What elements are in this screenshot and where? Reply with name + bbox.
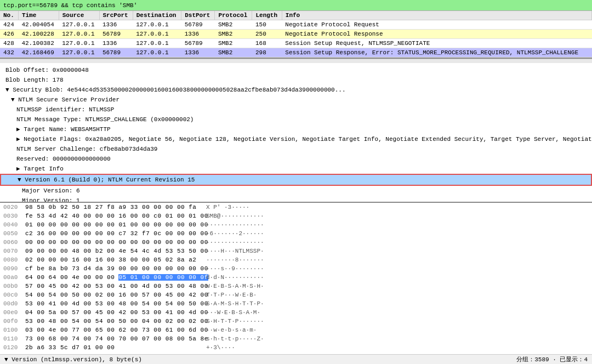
- hex-bytes: 53 00 41 00 4d 00 53 00 48 00 54 00 54 0…: [25, 299, 206, 308]
- hex-offset: 00b0: [3, 282, 25, 291]
- table-row[interactable]: 42642.100228127.0.0.156789127.0.0.11336S…: [0, 30, 592, 39]
- hex-bytes: 04 00 5a 00 57 00 45 00 42 00 53 00 41 0…: [25, 308, 206, 317]
- detail-line: NTLM Message Type: NTLMSSP_CHALLENGE (0x…: [0, 115, 592, 124]
- hex-bytes: 98 58 0b 92 50 18 27 f8 a9 33 00 00 00 0…: [25, 203, 206, 212]
- triangle-right-icon: ▶: [16, 166, 24, 172]
- cell-source: 127.0.0.1: [59, 20, 99, 30]
- hex-offset: 00c0: [3, 291, 25, 299]
- col-time: Time: [18, 11, 59, 20]
- detail-line[interactable]: ▶ Negotiate Flags: 0xa28a0205, Negotiate…: [0, 134, 592, 144]
- hex-bytes: 09 00 00 00 48 00 b2 00 4e 54 4c 4d 53 5…: [25, 247, 206, 255]
- hex-row: 007009 00 00 00 48 00 b2 00 4e 54 4c 4d …: [0, 247, 592, 255]
- detail-line[interactable]: ▼ Security Blob: 4e544c4d535350000200000…: [0, 85, 592, 95]
- hex-ascii: SMB@············: [206, 212, 264, 220]
- col-source: Source: [59, 11, 99, 20]
- status-bar: ▼ Version (ntlmssp.version), 8 byte(s) 分…: [0, 354, 592, 364]
- hex-bytes: cf be 8a b0 73 d4 da 39 00 00 00 00 00 0…: [25, 264, 206, 273]
- cell-info: Session Setup Response, Error: STATUS_MO…: [282, 48, 591, 58]
- detail-line[interactable]: ▼ NTLM Secure Service Provider: [0, 95, 592, 105]
- horizontal-scrollbar[interactable]: [0, 59, 592, 63]
- cell-time: 42.100228: [18, 30, 59, 39]
- hex-row: 01202b a6 33 5c d7 01 00 00 +·3\····: [0, 343, 592, 352]
- hex-ascii: d·d·N···········: [206, 273, 264, 282]
- hex-row: 00a064 00 64 00 4e 00 00 00 05 01 00 00 …: [0, 273, 592, 282]
- col-dstport: DstPort: [181, 11, 215, 20]
- detail-line[interactable]: ▶ Target Info: [0, 164, 592, 174]
- hex-offset: 0070: [3, 247, 25, 255]
- table-row[interactable]: 42842.100382127.0.0.11336127.0.0.156789S…: [0, 39, 592, 48]
- cell-protocol: SMB2: [215, 39, 252, 48]
- hex-offset: 0020: [3, 203, 25, 212]
- hex-offset: 0030: [3, 212, 25, 220]
- cell-destination: 127.0.0.1: [133, 20, 181, 30]
- cell-destination: 127.0.0.1: [133, 30, 181, 39]
- detail-line: Blob Length: 178: [0, 75, 592, 85]
- hex-offset: 0060: [3, 238, 25, 247]
- col-srcport: SrcPort: [99, 11, 133, 20]
- filter-text: tcp.port==56789 && tcp contains 'SMB': [3, 2, 137, 9]
- hex-row: 006000 00 00 00 00 00 00 00 00 00 00 00 …: [0, 238, 592, 247]
- hex-ascii: ··w·e·b·s·a·m·: [206, 326, 257, 334]
- cell-no: 428: [0, 39, 18, 48]
- cell-time: 42.004054: [18, 20, 59, 30]
- hex-row: 00f053 00 48 00 54 00 54 00 50 00 04 00 …: [0, 317, 592, 326]
- hex-ascii: ················: [206, 238, 264, 247]
- detail-line[interactable]: ▶ Target Name: WEBSAMSHTTP: [0, 124, 592, 134]
- detail-line: NTLMSSP identifier: NTLMSSP: [0, 105, 592, 115]
- packet-list: No. Time Source SrcPort Destination DstP…: [0, 11, 592, 58]
- cell-protocol: SMB2: [215, 48, 252, 58]
- hex-bytes: 01 00 00 00 00 00 00 00 01 00 00 00 00 0…: [25, 220, 206, 229]
- hex-ascii: S·A·M·S·H·T·T·P·: [206, 299, 264, 308]
- hex-bytes: 64 00 64 00 4e 00 00 00 05 01 00 00 00 0…: [25, 273, 206, 282]
- hex-bytes: 54 00 54 00 50 00 02 00 16 00 57 00 45 0…: [25, 291, 206, 299]
- hex-highlighted: 05 01 00 00 00 00 00 0f: [118, 274, 208, 281]
- hex-ascii: W·E·B·S·A·M·S·H·: [206, 282, 264, 291]
- triangle-right-icon: ▶: [16, 136, 24, 143]
- cell-length: 298: [252, 48, 282, 58]
- hex-row: 008002 00 00 00 16 00 16 00 38 00 00 05 …: [0, 255, 592, 264]
- hex-ascii: ····s··9········: [206, 264, 264, 273]
- hex-bytes: fe 53 4d 42 40 00 00 00 16 00 00 c0 01 0…: [25, 212, 206, 220]
- cell-source: 127.0.0.1: [59, 48, 99, 58]
- hex-row: 002098 58 0b 92 50 18 27 f8 a9 33 00 00 …: [0, 203, 592, 212]
- hex-row: 0030fe 53 4d 42 40 00 00 00 16 00 00 c0 …: [0, 212, 592, 220]
- cell-source: 127.0.0.1: [59, 39, 99, 48]
- cell-length: 168: [252, 39, 282, 48]
- hex-row: 004001 00 00 00 00 00 00 00 01 00 00 00 …: [0, 220, 592, 229]
- detail-line: Blob Offset: 0x00000048: [0, 65, 592, 75]
- triangle-right-icon: ▶: [16, 126, 24, 133]
- table-row[interactable]: 42442.004054127.0.0.11336127.0.0.156789S…: [0, 20, 592, 30]
- cell-dstport: 56789: [181, 39, 215, 48]
- hex-row: 00b057 00 45 00 42 00 53 00 41 00 4d 00 …: [0, 282, 592, 291]
- hex-ascii: ···W·E·B·S·A·M·: [206, 308, 260, 317]
- cell-protocol: SMB2: [215, 30, 252, 39]
- filter-bar: tcp.port==56789 && tcp contains 'SMB': [0, 0, 592, 11]
- detail-pane: Blob Offset: 0x00000048Blob Length: 178▼…: [0, 63, 592, 203]
- hex-offset: 00f0: [3, 317, 25, 326]
- hex-row: 00e004 00 5a 00 57 00 45 00 42 00 53 00 …: [0, 308, 592, 317]
- cell-srcport: 1336: [99, 20, 133, 30]
- hex-ascii: ·6·······2······: [206, 229, 264, 238]
- status-left: ▼ Version (ntlmssp.version), 8 byte(s): [4, 356, 142, 363]
- detail-line[interactable]: ▼ Version 6.1 (Build 0); NTLM Current Re…: [0, 174, 592, 186]
- hex-bytes: 02 00 00 00 16 00 16 00 38 00 00 05 02 8…: [25, 255, 206, 264]
- hex-offset: 0040: [3, 220, 25, 229]
- cell-dstport: 56789: [181, 20, 215, 30]
- hex-row: 010003 00 4e 00 77 00 65 00 62 00 73 00 …: [0, 326, 592, 334]
- cell-no: 432: [0, 48, 18, 58]
- cell-time: 42.100382: [18, 39, 59, 48]
- cell-srcport: 56789: [99, 48, 133, 58]
- packet-list-header: No. Time Source SrcPort Destination DstP…: [0, 11, 592, 20]
- cell-dstport: 1336: [181, 48, 215, 58]
- col-protocol: Protocol: [215, 11, 252, 20]
- detail-line: Reserved: 0000000000000000: [0, 154, 592, 164]
- status-right: 分组：3589 · 已显示：4: [516, 355, 588, 363]
- table-row[interactable]: 43242.168469127.0.0.156789127.0.0.11336S…: [0, 48, 592, 58]
- cell-length: 150: [252, 20, 282, 30]
- col-no: No.: [0, 11, 18, 20]
- hex-ascii: +·3\····: [206, 343, 235, 352]
- hex-bytes: 57 00 45 00 42 00 53 00 41 00 4d 00 53 0…: [25, 282, 206, 291]
- triangle-down-icon: ▼: [18, 177, 25, 183]
- hex-offset: 0090: [3, 264, 25, 273]
- hex-ascii: X P' ·3·····: [206, 203, 249, 212]
